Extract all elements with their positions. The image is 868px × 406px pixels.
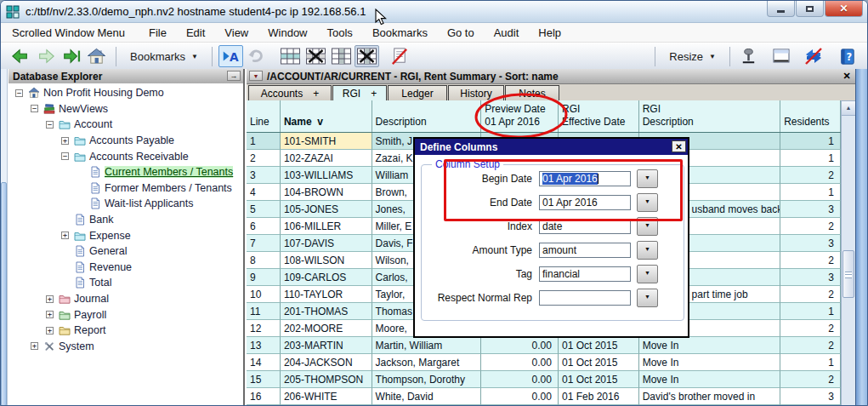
cell-name[interactable]: 108-WILSON <box>281 252 372 269</box>
tree-item-payroll[interactable]: +Payroll <box>9 306 243 323</box>
tree-item-account[interactable]: −Account <box>9 117 243 133</box>
tree-item-revenue[interactable]: Revenue <box>9 260 243 276</box>
tab-ledger[interactable]: Ledger <box>388 85 447 100</box>
tree-item-general[interactable]: General <box>9 243 243 260</box>
cell-effective-date[interactable]: 01 Oct 2015 <box>559 371 639 388</box>
cell-line[interactable]: 16 <box>247 388 281 405</box>
cell-residents[interactable]: 3 <box>780 235 841 252</box>
cell-residents[interactable]: 1 <box>780 303 841 320</box>
menu-item-view[interactable]: View <box>224 26 248 39</box>
scrollbar-thumb[interactable] <box>1 182 7 406</box>
column-header-residents[interactable]: Residents <box>780 100 841 132</box>
cell-residents[interactable]: 2 <box>780 218 841 235</box>
tree-item-bank[interactable]: Bank <box>9 212 243 228</box>
maximize-button[interactable] <box>796 1 824 17</box>
cell-line[interactable]: 5 <box>247 201 281 218</box>
menu-item-window[interactable]: Window <box>268 26 307 39</box>
tree-item-non-profit-housing-demo[interactable]: −Non Profit Housing Demo <box>9 85 243 101</box>
table-row[interactable]: 14204-JACKSONJackson, Margaret0.0001 Oct… <box>247 354 841 371</box>
panel-expand-arrow-button[interactable]: → <box>227 71 241 81</box>
undo-icon[interactable] <box>244 45 269 67</box>
table-scrollbar[interactable]: ▲ <box>841 100 856 406</box>
back-icon[interactable] <box>8 45 32 67</box>
cell-residents[interactable]: 2 <box>780 371 841 388</box>
cell-name[interactable]: 206-WHITE <box>281 388 372 405</box>
cell-residents[interactable]: 2 <box>780 286 841 303</box>
cell-residents[interactable]: 1 <box>780 133 841 150</box>
cell-residents[interactable]: 2 <box>780 252 841 269</box>
resize-button[interactable]: Resize▼ <box>661 46 723 66</box>
cell-name[interactable]: 202-MOORE <box>281 320 372 337</box>
tree-item-system[interactable]: +System <box>9 339 243 355</box>
dialog-close-button[interactable]: ✕ <box>672 140 686 152</box>
help-icon[interactable]: ? <box>835 45 859 67</box>
cell-effective-date[interactable]: 01 Feb 2016 <box>559 388 639 405</box>
column-header-rgi[interactable]: RGI Effective Date <box>559 100 639 132</box>
clear-report-icon[interactable] <box>387 45 411 67</box>
cell-line[interactable]: 8 <box>247 252 281 269</box>
expand-plus-icon[interactable]: + <box>31 342 38 350</box>
cell-name[interactable]: 109-CARLOS <box>281 269 372 286</box>
cell-line[interactable]: 7 <box>247 235 281 252</box>
cell-preview[interactable]: 0.00 <box>481 354 559 371</box>
dropdown-button[interactable]: ▼ <box>637 289 658 307</box>
tree-item-journal[interactable]: +Journal <box>9 291 243 307</box>
column-header-name-v[interactable]: Name v <box>281 100 372 132</box>
cell-line[interactable]: 11 <box>247 303 281 320</box>
tree-item-accounts-payable[interactable]: +Accounts Payable <box>9 133 243 149</box>
goto-account-icon[interactable]: A <box>218 45 243 67</box>
tree-item-expense[interactable]: +Expense <box>9 227 243 243</box>
cell-name[interactable]: 110-TAYLOR <box>281 286 372 303</box>
menu-item-tools[interactable]: Tools <box>327 26 353 39</box>
menu-item-bookmarks[interactable]: Bookmarks <box>372 26 428 39</box>
minimize-button[interactable] <box>767 1 795 17</box>
cell-name[interactable]: 203-MARTIN <box>281 337 372 354</box>
cell-preview[interactable]: 0.00 <box>481 371 559 388</box>
bookmarks-button[interactable]: Bookmarks▼ <box>122 46 206 66</box>
cell-name[interactable]: 103-WILLIAMS <box>281 167 372 184</box>
cell-description[interactable]: White, David <box>372 388 482 405</box>
cell-name[interactable]: 105-JONES <box>281 201 372 218</box>
tab-rgi[interactable]: RGI+ <box>332 85 387 101</box>
forward-end-icon[interactable] <box>59 45 83 67</box>
menu-item-help[interactable]: Help <box>538 26 561 39</box>
collapse-minus-icon[interactable]: − <box>31 105 38 112</box>
delete-column-icon[interactable] <box>355 45 379 67</box>
cell-residents[interactable]: 3 <box>780 201 841 218</box>
menu-item-file[interactable]: File <box>149 26 167 39</box>
tree-item-wait-list-applicants[interactable]: Wait-list Applicants <box>9 196 243 212</box>
tab-accounts[interactable]: Accounts+ <box>248 85 332 100</box>
insert-row-icon[interactable] <box>278 45 303 67</box>
cell-description[interactable]: Jackson, Margaret <box>372 354 482 371</box>
menu-item-scrolled-window-menu[interactable]: Scrolled Window Menu <box>12 26 125 39</box>
cell-residents[interactable]: 2 <box>780 320 841 337</box>
cell-rgi-description[interactable]: David's brother moved in <box>639 388 781 405</box>
cell-line[interactable]: 2 <box>247 150 281 167</box>
cell-line[interactable]: 9 <box>247 269 281 286</box>
expand-plus-icon[interactable]: + <box>46 327 54 335</box>
delete-row-icon[interactable] <box>304 45 328 67</box>
menu-item-audit[interactable]: Audit <box>494 26 519 39</box>
cell-line[interactable]: 12 <box>247 320 281 337</box>
cell-rgi-description[interactable]: Move In <box>639 371 781 388</box>
expand-plus-icon[interactable]: + <box>61 137 69 145</box>
collapse-minus-icon[interactable]: − <box>61 152 69 160</box>
cell-line[interactable]: 6 <box>247 218 281 235</box>
cell-residents[interactable]: 1 <box>780 184 841 201</box>
cell-line[interactable]: 13 <box>247 337 281 354</box>
dropdown-button[interactable]: ▼ <box>637 241 658 260</box>
cell-preview[interactable]: 0.00 <box>481 388 559 405</box>
column-header-rgi[interactable]: RGI Description <box>639 100 781 132</box>
collapse-minus-icon[interactable]: − <box>15 89 23 97</box>
window-layout-icon[interactable] <box>769 45 793 67</box>
close-button[interactable]: ✕ <box>825 1 863 17</box>
cell-name[interactable]: 102-ZAZAI <box>281 150 372 167</box>
insert-column-icon[interactable] <box>329 45 354 67</box>
cell-line[interactable]: 3 <box>247 167 281 184</box>
scroll-up-icon[interactable]: ▲ <box>842 101 855 116</box>
cell-residents[interactable]: 2 <box>780 337 841 354</box>
expand-plus-icon[interactable]: + <box>61 232 69 239</box>
menu-item-go-to[interactable]: Go to <box>447 26 474 39</box>
menu-item-edit[interactable]: Edit <box>186 26 205 39</box>
cell-residents[interactable]: 3 <box>780 269 841 286</box>
